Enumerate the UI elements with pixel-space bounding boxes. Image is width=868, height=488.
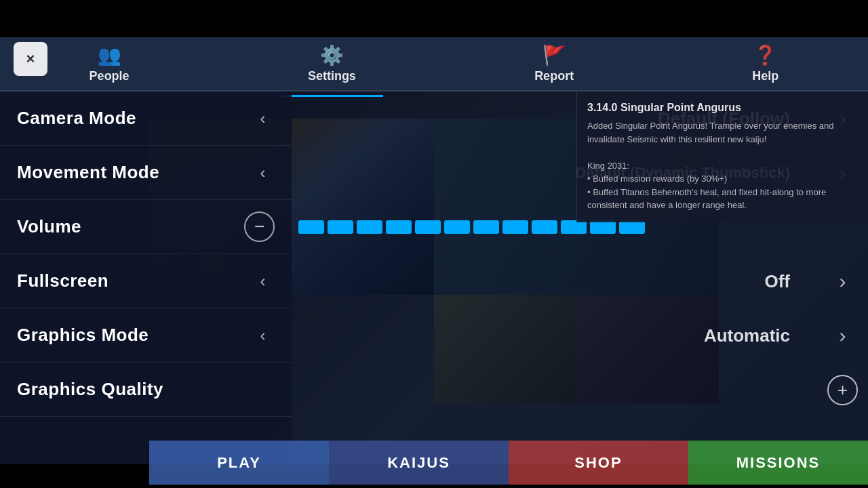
shop-button[interactable]: SHOP	[509, 441, 688, 485]
popup-title: 3.14.0 Singular Point Angurus	[587, 102, 858, 114]
graphics-mode-right-arrow[interactable]: ›	[827, 321, 858, 351]
volume-segment-7	[502, 220, 528, 234]
volume-segment-6	[473, 220, 499, 234]
setting-row-volume: Volume −	[0, 200, 292, 254]
setting-row-fullscreen: Fullscreen ‹	[0, 254, 292, 308]
graphics-quality-plus-button[interactable]: +	[827, 375, 858, 405]
setting-row-graphics-mode: Graphics Mode ‹	[0, 308, 292, 363]
camera-mode-label: Camera Mode	[17, 108, 136, 129]
play-button[interactable]: PLAY	[149, 441, 329, 485]
fullscreen-value: Off	[764, 271, 790, 292]
volume-segment-10	[590, 220, 616, 234]
fullscreen-label: Fullscreen	[17, 270, 108, 291]
nav-tabs: 👥 People ⚙️ Settings 🚩 Report ❓ Help	[0, 37, 868, 92]
help-icon: ❓	[753, 44, 777, 66]
volume-segment-5	[444, 220, 470, 234]
graphics-quality-label: Graphics Quality	[17, 379, 163, 400]
volume-segment-1	[328, 220, 353, 234]
movement-mode-left-arrow[interactable]: ‹	[251, 161, 275, 184]
graphics-mode-value: Automatic	[704, 325, 790, 346]
volume-minus-button[interactable]: −	[244, 211, 275, 242]
settings-panel: Camera Mode ‹ Movement Mode ‹ Volume − F…	[0, 92, 292, 464]
volume-label: Volume	[17, 216, 81, 237]
top-bar	[0, 0, 868, 37]
game-popup: 3.14.0 Singular Point Angurus Added Sing…	[576, 92, 868, 222]
setting-row-graphics-quality: Graphics Quality	[0, 363, 292, 417]
bottom-buttons: PLAY KAIJUS SHOP MISSIONS	[149, 437, 868, 488]
volume-segment-11	[619, 220, 645, 234]
graphics-quality-value-row: +	[292, 363, 868, 417]
volume-segment-4	[415, 220, 441, 234]
people-icon: 👥	[98, 44, 121, 66]
popup-text: Added Singular Point Angurus! Trample ov…	[587, 119, 858, 212]
tab-help-label: Help	[752, 69, 778, 83]
fullscreen-right-arrow[interactable]: ›	[827, 266, 858, 297]
content-area: Default (Follow) › Default (Dynamic Thum…	[292, 92, 868, 464]
setting-row-movement-mode: Movement Mode ‹	[0, 146, 292, 200]
tab-report[interactable]: 🚩 Report	[507, 39, 601, 89]
camera-mode-control: ‹	[251, 106, 275, 130]
kaijus-button[interactable]: KAIJUS	[329, 441, 509, 485]
volume-segment-9	[561, 220, 587, 234]
tab-report-label: Report	[534, 69, 574, 83]
graphics-mode-value-row: Automatic ›	[292, 308, 868, 363]
graphics-mode-label: Graphics Mode	[17, 325, 149, 346]
movement-mode-control: ‹	[251, 161, 275, 184]
camera-mode-left-arrow[interactable]: ‹	[251, 106, 275, 130]
movement-mode-label: Movement Mode	[17, 162, 159, 183]
report-icon: 🚩	[542, 44, 566, 66]
fullscreen-control: ‹	[251, 269, 275, 293]
tab-people[interactable]: 👥 People	[62, 39, 157, 89]
graphics-mode-control: ‹	[251, 323, 275, 347]
tab-help[interactable]: ❓ Help	[725, 39, 806, 89]
volume-segment-3	[386, 220, 412, 234]
fullscreen-left-arrow[interactable]: ‹	[251, 269, 275, 293]
fullscreen-value-row: Off ›	[292, 254, 868, 308]
volume-segment-0	[298, 220, 324, 234]
settings-icon: ⚙️	[320, 44, 344, 66]
graphics-mode-left-arrow[interactable]: ‹	[251, 323, 275, 347]
tab-settings-label: Settings	[308, 69, 356, 83]
setting-row-camera-mode: Camera Mode ‹	[0, 92, 292, 146]
missions-button[interactable]: MISSIONS	[688, 441, 868, 485]
volume-segment-8	[532, 220, 557, 234]
close-button[interactable]: ×	[14, 42, 47, 76]
tab-settings[interactable]: ⚙️ Settings	[281, 39, 383, 89]
volume-segment-2	[357, 220, 382, 234]
tab-people-label: People	[90, 69, 130, 83]
volume-slider	[298, 220, 645, 234]
volume-control: −	[244, 211, 275, 242]
